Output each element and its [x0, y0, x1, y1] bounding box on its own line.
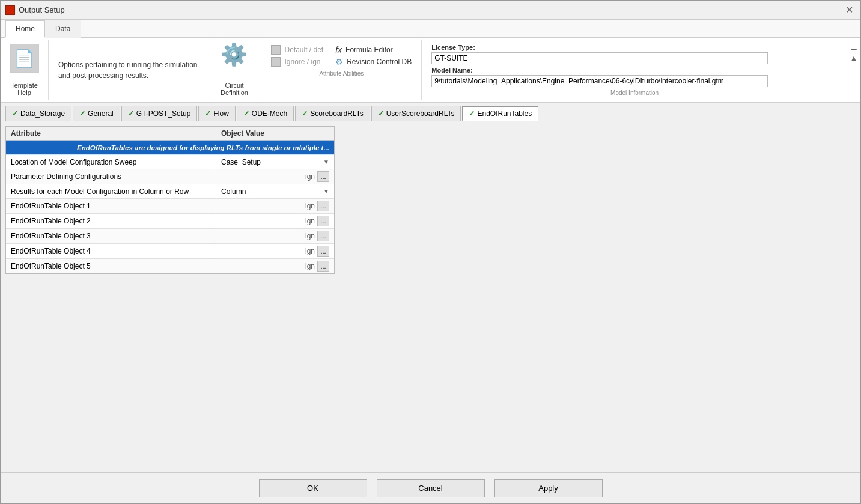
object3-value: ign ...: [216, 229, 334, 243]
ignore-ign-label: Ignore / ign: [284, 58, 320, 66]
table-row-parameter: Parameter Defining Configurations ign ..…: [6, 169, 334, 184]
tab-endofruntables[interactable]: ✓ EndOfRunTables: [462, 106, 538, 121]
object4-browse-btn[interactable]: ...: [317, 246, 329, 257]
object5-ign-text: ign: [305, 262, 315, 270]
output-setup-window: Output Setup ✕ Home Data 📄 Template Help…: [0, 0, 861, 504]
table-row-object2: EndOfRunTable Object 2 ign ...: [6, 214, 334, 229]
tab-flow[interactable]: ✓ Flow: [198, 106, 235, 121]
template-help-section: 📄 Template Help: [1, 40, 49, 100]
footer: OK Cancel Apply: [1, 472, 860, 503]
table-row-object3: EndOfRunTable Object 3 ign ...: [6, 229, 334, 244]
minimize-ribbon-icon[interactable]: 🗕: [850, 43, 858, 52]
parameter-browse-btn[interactable]: ...: [317, 171, 329, 182]
ribbon-description: Options pertaining to running the simula…: [58, 59, 197, 81]
formula-editor-label: Formula Editor: [345, 46, 393, 54]
object3-ign-text: ign: [305, 232, 315, 240]
table-row-results: Results for each Model Configuration in …: [6, 184, 334, 199]
results-attribute: Results for each Model Configuration in …: [6, 184, 216, 198]
ok-button[interactable]: OK: [259, 479, 367, 497]
circuit-definition-icon[interactable]: ⚙️: [221, 44, 248, 65]
results-dropdown-arrow: ▼: [323, 188, 329, 195]
results-dropdown[interactable]: Column ▼: [221, 187, 329, 196]
flow-label: Flow: [213, 109, 228, 118]
gt-post-check: ✓: [128, 109, 134, 118]
object1-attribute: EndOfRunTable Object 1: [6, 199, 216, 213]
model-info-section-label: Model Information: [431, 90, 838, 96]
parameter-ign-text: ign: [305, 172, 315, 181]
data-storage-label: Data_Storage: [20, 109, 65, 118]
object2-value: ign ...: [216, 214, 334, 228]
template-help-icon-box[interactable]: 📄: [10, 44, 39, 73]
ode-mech-label: ODE-Mech: [252, 109, 287, 118]
nav-tab-bar: ✓ Data_Storage ✓ General ✓ GT-POST_Setup…: [1, 103, 860, 121]
object1-value: ign ...: [216, 199, 334, 213]
table-row-object1: EndOfRunTable Object 1 ign ...: [6, 199, 334, 214]
object3-attribute: EndOfRunTable Object 3: [6, 229, 216, 243]
tab-home[interactable]: Home: [5, 20, 45, 38]
tab-data-storage[interactable]: ✓ Data_Storage: [5, 106, 71, 121]
location-dropdown-arrow: ▼: [323, 159, 329, 165]
location-dropdown-text: Case_Setup: [221, 158, 323, 166]
attribute-table: Attribute Object Value EndOfRunTables ar…: [5, 126, 335, 274]
table-row-location: Location of Model Configuration Sweep Ca…: [6, 155, 334, 169]
tab-general[interactable]: ✓ General: [73, 106, 120, 121]
parameter-value: ign ...: [216, 169, 334, 184]
formula-editor-icon: fx: [335, 45, 342, 55]
data-storage-check: ✓: [12, 109, 18, 118]
tab-gt-post-setup[interactable]: ✓ GT-POST_Setup: [121, 106, 198, 121]
close-button[interactable]: ✕: [843, 4, 856, 16]
ignore-ign-item[interactable]: Ignore / ign: [271, 57, 323, 67]
app-icon: [5, 5, 15, 15]
revision-control-item[interactable]: ⚙ Revision Control DB: [335, 57, 412, 67]
model-name-input[interactable]: [431, 75, 768, 87]
tab-ode-mech[interactable]: ✓ ODE-Mech: [237, 106, 294, 121]
object5-browse-btn[interactable]: ...: [317, 261, 329, 272]
results-value[interactable]: Column ▼: [216, 184, 334, 198]
general-label: General: [88, 109, 114, 118]
endofruntables-label: EndOfRunTables: [477, 109, 532, 118]
flow-check: ✓: [205, 109, 211, 118]
main-content: Attribute Object Value EndOfRunTables ar…: [1, 121, 860, 472]
location-attribute: Location of Model Configuration Sweep: [6, 155, 216, 169]
object1-ign-text: ign: [305, 202, 315, 210]
template-help-label: Template Help: [11, 82, 38, 96]
ignore-ign-icon: [271, 57, 281, 67]
header-description: EndOfRunTables are designed for displayi…: [77, 144, 329, 151]
revision-control-label: Revision Control DB: [347, 58, 412, 66]
object4-ign-text: ign: [305, 247, 315, 255]
object3-browse-btn[interactable]: ...: [317, 231, 329, 241]
default-def-item[interactable]: Default / def: [271, 45, 323, 55]
default-def-icon: [271, 45, 281, 55]
object2-ign-text: ign: [305, 217, 315, 225]
object1-browse-btn[interactable]: ...: [317, 201, 329, 211]
formula-editor-item[interactable]: fx Formula Editor: [335, 45, 412, 55]
userscoreboardrlts-check: ✓: [378, 109, 384, 118]
window-title: Output Setup: [19, 5, 65, 14]
tab-scoreboardrlts[interactable]: ✓ ScoreboardRLTs: [295, 106, 370, 121]
tab-userscoreboardrlts[interactable]: ✓ UserScoreboardRLTs: [371, 106, 461, 121]
scoreboardrlts-check: ✓: [302, 109, 308, 118]
table-row-object4: EndOfRunTable Object 4 ign ...: [6, 244, 334, 259]
table-row-header: EndOfRunTables are designed for displayi…: [6, 141, 334, 155]
location-value[interactable]: Case_Setup ▼: [216, 155, 334, 169]
parameter-attribute: Parameter Defining Configurations: [6, 169, 216, 184]
scoreboardrlts-label: ScoreboardRLTs: [310, 109, 364, 118]
ribbon-content: 📄 Template Help Options pertaining to ru…: [1, 37, 860, 102]
userscoreboardrlts-label: UserScoreboardRLTs: [386, 109, 455, 118]
location-dropdown[interactable]: Case_Setup ▼: [221, 158, 329, 166]
license-type-input[interactable]: [431, 52, 768, 64]
license-type-label: License Type:: [431, 44, 838, 51]
apply-button[interactable]: Apply: [494, 479, 603, 497]
cancel-button[interactable]: Cancel: [377, 479, 485, 497]
results-dropdown-text: Column: [221, 187, 323, 196]
object5-value: ign ...: [216, 259, 334, 273]
object2-browse-btn[interactable]: ...: [317, 216, 329, 226]
object4-attribute: EndOfRunTable Object 4: [6, 244, 216, 258]
expand-ribbon-icon[interactable]: ▲: [850, 53, 858, 63]
object4-value: ign ...: [216, 244, 334, 258]
attribute-abilities-label: Attribute Abilities: [271, 70, 412, 77]
circuit-definition-section: ⚙️ CircuitDefinition: [207, 40, 261, 100]
title-bar: Output Setup ✕: [1, 1, 860, 20]
tab-data[interactable]: Data: [45, 20, 81, 38]
attribute-abilities-group: Default / def Ignore / ign fx Formula Ed…: [261, 40, 422, 100]
